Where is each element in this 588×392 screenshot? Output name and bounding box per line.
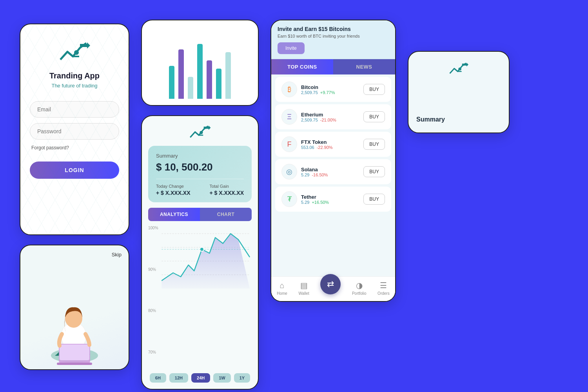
onboard-screen: Skip	[20, 245, 129, 370]
coin-icon: ₿	[281, 82, 297, 97]
svg-point-8	[200, 131, 203, 134]
total-gain-value: + $ X.XXX.XX	[209, 190, 244, 196]
y-label-80: 80%	[148, 309, 158, 313]
portfolio-icon: ◑	[356, 281, 363, 290]
bar	[216, 69, 221, 99]
bar	[169, 66, 174, 99]
coin-icon: ◎	[281, 164, 297, 180]
column-1: Tranding App The future of trading Forgo…	[20, 24, 129, 370]
y-label-70: 70%	[148, 350, 158, 354]
crypto-screen: Invite and Earn $15 Bitcoins Earn $10 wo…	[270, 20, 396, 302]
mini-summary-label: Summary	[416, 116, 445, 123]
coin-info: Solana 5.29 -16.50%	[301, 167, 359, 177]
buy-button[interactable]: BUY	[363, 139, 385, 150]
coin-icon: Ξ	[281, 109, 297, 125]
summary-stats-row: Today Change + $ X.XXX.XX Total Gain + $…	[156, 184, 244, 196]
buy-button[interactable]: BUY	[363, 166, 385, 177]
nav-home-label: Home	[277, 291, 287, 296]
today-change-label: Today Change	[156, 184, 191, 189]
bar	[225, 52, 231, 99]
nav-wallet-label: Wallet	[298, 291, 309, 296]
coin-item: Ξ Etherium 2,509.75 -21.00% BUY	[275, 104, 391, 129]
time-filter-1w[interactable]: 1W	[213, 373, 231, 383]
login-screen: Tranding App The future of trading Forgo…	[20, 24, 129, 235]
line-chart-area: 100% 90% 80% 70%	[142, 221, 258, 370]
column-2: Summary $ 10, 500.20 Today Change + $ X.…	[141, 20, 259, 390]
tab-news[interactable]: NEWS	[333, 59, 395, 74]
summary-label: Summary	[156, 153, 244, 159]
buy-button[interactable]: BUY	[363, 194, 385, 205]
coin-change: -22.90%	[317, 145, 333, 150]
svg-point-16	[458, 67, 461, 71]
coin-item: F FTX Token 553.06 -22.90% BUY	[275, 132, 391, 157]
bar	[207, 60, 212, 99]
bar	[178, 49, 184, 99]
time-filter-1y[interactable]: 1Y	[234, 373, 250, 383]
today-change-value: + $ X.XXX.XX	[156, 190, 191, 196]
coin-price: 5.29	[301, 200, 309, 205]
total-gain-stat: Total Gain + $ X.XXX.XX	[209, 184, 244, 196]
buy-button[interactable]: BUY	[363, 111, 385, 122]
coin-info: Tether 5.29 +16.50%	[301, 194, 359, 205]
y-label-90: 90%	[148, 267, 158, 272]
tab-chart[interactable]: CHART	[200, 208, 252, 221]
coin-name: Etherium	[301, 112, 359, 118]
time-filter-6h[interactable]: 6H	[150, 373, 166, 383]
nav-orders[interactable]: ☰ Orders	[377, 281, 390, 296]
column-3: Invite and Earn $15 Bitcoins Earn $10 wo…	[270, 20, 396, 302]
trade-icon: ⇄	[327, 279, 334, 289]
skip-button[interactable]: Skip	[112, 252, 122, 258]
mini-logo	[448, 61, 470, 78]
bar-chart-screen	[141, 20, 259, 106]
today-change-stat: Today Change + $ X.XXX.XX	[156, 184, 191, 196]
coin-name: Tether	[301, 194, 359, 200]
coin-price: 553.06	[301, 145, 314, 150]
coin-name: Solana	[301, 167, 359, 172]
nav-portfolio-label: Portfolio	[352, 291, 367, 296]
coin-change: -16.50%	[312, 172, 328, 177]
time-filter-24h[interactable]: 24H	[191, 373, 210, 383]
coin-info: Bitcoin 2,509.75 +9.77%	[301, 84, 359, 95]
bar-chart	[148, 44, 252, 99]
svg-rect-7	[57, 363, 92, 365]
dashboard-screen: Summary $ 10, 500.20 Today Change + $ X.…	[141, 115, 259, 390]
tab-top-coins[interactable]: TOP COINS	[271, 59, 333, 74]
coin-change: +16.50%	[312, 200, 329, 205]
coin-item: ₮ Tether 5.29 +16.50% BUY	[275, 187, 391, 212]
coin-name: FTX Token	[301, 139, 359, 145]
svg-rect-6	[60, 345, 89, 360]
invite-button[interactable]: Invite	[278, 42, 305, 54]
time-filter-12h[interactable]: 12H	[169, 373, 188, 383]
summary-card: Summary $ 10, 500.20 Today Change + $ X.…	[148, 146, 252, 202]
bar	[197, 44, 203, 99]
coin-list: ₿ Bitcoin 2,509.75 +9.77% BUY Ξ Etherium…	[271, 74, 395, 276]
bg-hexagon	[20, 24, 129, 234]
onboard-illustration	[20, 267, 129, 369]
time-filter-buttons: 6H12H24H1W1Y	[142, 370, 258, 389]
coin-price: 5.29	[301, 172, 309, 177]
coin-icon: ₮	[281, 191, 297, 207]
invite-title: Invite and Earn $15 Bitcoins	[278, 26, 389, 32]
tab-analytics[interactable]: ANALYTICS	[148, 208, 200, 221]
orders-icon: ☰	[380, 281, 387, 290]
coin-info: Etherium 2,509.75 -21.00%	[301, 112, 359, 122]
summary-amount: $ 10, 500.20	[156, 161, 244, 173]
trade-button[interactable]: ⇄	[320, 274, 341, 294]
scene: Tranding App The future of trading Forgo…	[20, 8, 568, 384]
summary-mini-screen: Summary	[408, 51, 510, 133]
dashboard-logo	[188, 124, 212, 141]
nav-orders-label: Orders	[377, 291, 390, 296]
wallet-icon: ▤	[300, 281, 308, 290]
nav-portfolio[interactable]: ◑ Portfolio	[352, 281, 367, 296]
column-4: Summary	[408, 51, 510, 133]
nav-wallet[interactable]: ▤ Wallet	[298, 281, 309, 296]
coin-price: 2,509.75	[301, 90, 318, 95]
analytics-chart-tabs: ANALYTICS CHART	[148, 208, 252, 221]
coin-change: -21.00%	[320, 118, 336, 122]
coin-icon: F	[281, 136, 297, 152]
coin-name: Bitcoin	[301, 84, 359, 90]
nav-home[interactable]: ⌂ Home	[277, 281, 287, 296]
coin-info: FTX Token 553.06 -22.90%	[301, 139, 359, 150]
buy-button[interactable]: BUY	[363, 84, 385, 95]
home-icon: ⌂	[280, 281, 285, 290]
